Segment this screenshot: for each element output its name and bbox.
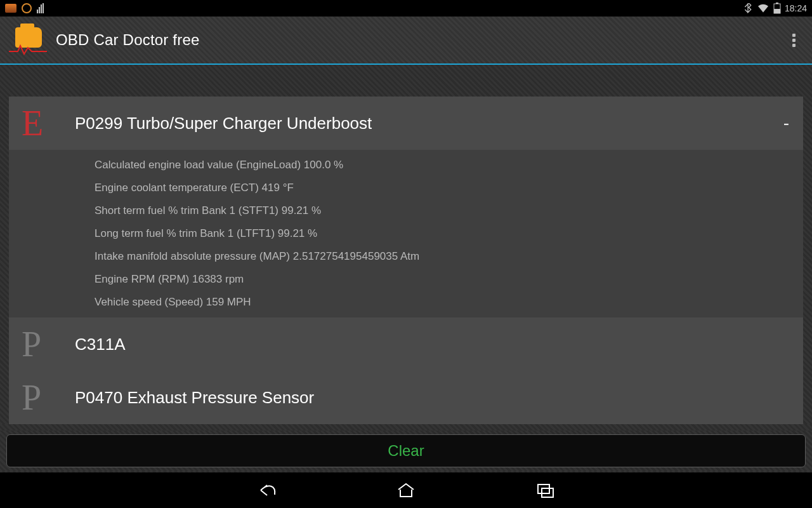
status-bar: 18:24	[0, 0, 812, 17]
recent-apps-button[interactable]	[533, 478, 558, 503]
param-line: Intake manifold absolute pressure (MAP) …	[9, 245, 803, 268]
app-icon[interactable]	[9, 25, 47, 55]
wifi-icon	[757, 3, 769, 13]
param-line: Engine coolant temperature (ECT) 419 °F	[9, 177, 803, 199]
app-title: OBD Car Doctor free	[56, 31, 200, 49]
bluetooth-icon	[743, 3, 753, 13]
svg-rect-2	[774, 9, 780, 13]
dtc-title: C311A	[75, 335, 789, 354]
dtc-row[interactable]: PC311A	[9, 318, 803, 371]
clear-button-label: Clear	[388, 442, 424, 460]
dtc-title: P0299 Turbo/Super Charger Underboost	[75, 114, 761, 133]
home-button[interactable]	[393, 478, 419, 503]
ring-notification-icon	[22, 3, 32, 13]
content-area: EP0299 Turbo/Super Charger Underboost-Ca…	[0, 65, 812, 472]
battery-icon	[773, 3, 781, 14]
param-line: Vehicle speed (Speed) 159 MPH	[9, 291, 803, 314]
heartbeat-icon	[9, 44, 47, 55]
param-line: Calculated engine load value (EngineLoad…	[9, 154, 803, 177]
barcode-notification-icon	[37, 3, 46, 13]
dtc-row[interactable]: PP0470 Exhaust Pressure Sensor	[9, 371, 803, 424]
dtc-type-letter: P	[22, 326, 58, 362]
clock: 18:24	[785, 3, 807, 13]
overflow-menu-button[interactable]	[785, 25, 803, 55]
footer: Clear	[0, 431, 812, 471]
param-line: Short term fuel % trim Bank 1 (STFT1) 99…	[9, 199, 803, 222]
param-line: Engine RPM (RPM) 16383 rpm	[9, 268, 803, 291]
clear-button[interactable]: Clear	[6, 434, 806, 467]
dtc-type-letter: E	[22, 105, 58, 141]
navigation-bar	[0, 472, 812, 508]
param-line: Long term fuel % trim Bank 1 (LTFT1) 99.…	[9, 222, 803, 245]
engine-notification-icon	[5, 4, 16, 13]
freeze-frame-params: Calculated engine load value (EngineLoad…	[9, 150, 803, 318]
dtc-type-letter: P	[22, 380, 58, 415]
action-bar: OBD Car Doctor free	[0, 17, 812, 65]
collapse-indicator: -	[777, 113, 789, 133]
dtc-list[interactable]: EP0299 Turbo/Super Charger Underboost-Ca…	[9, 97, 803, 424]
back-button[interactable]	[254, 478, 279, 503]
dtc-row[interactable]: EP0299 Turbo/Super Charger Underboost-	[9, 97, 803, 150]
dtc-title: P0470 Exhaust Pressure Sensor	[75, 388, 789, 408]
svg-rect-1	[776, 3, 778, 4]
